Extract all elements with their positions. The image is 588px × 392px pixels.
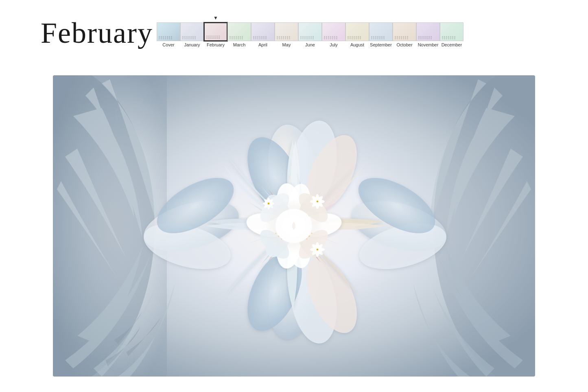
thumbnail-february[interactable]: February xyxy=(204,22,227,47)
thumbnail-calendar-lines-september xyxy=(371,36,391,39)
thumbnail-label-march: March xyxy=(227,42,251,47)
thumbnail-march[interactable]: March xyxy=(227,22,251,47)
thumbnail-label-july: July xyxy=(322,42,345,47)
thumbnail-september[interactable]: September xyxy=(369,22,393,47)
thumbnail-calendar-lines-august xyxy=(348,36,367,39)
thumbnail-calendar-lines-october xyxy=(395,36,414,39)
thumbnail-image-october xyxy=(393,22,416,41)
thumbnail-image-cover xyxy=(157,22,180,41)
thumbnail-label-october: October xyxy=(393,42,416,47)
thumbnail-image-june xyxy=(298,22,322,41)
thumbnail-image-may xyxy=(275,22,298,41)
thumbnail-november[interactable]: November xyxy=(416,22,440,47)
thumbnail-cover[interactable]: Cover xyxy=(157,22,180,47)
thumbnail-label-cover: Cover xyxy=(157,42,180,47)
thumbnail-august[interactable]: August xyxy=(345,22,369,47)
thumbnail-october[interactable]: October xyxy=(393,22,416,47)
svg-point-45 xyxy=(268,203,270,205)
thumbnail-calendar-lines-march xyxy=(230,36,249,39)
calendar-main-image xyxy=(53,75,535,377)
thumbnail-calendar-lines-may xyxy=(277,36,296,39)
thumbnail-january[interactable]: January xyxy=(180,22,204,47)
thumbnail-label-september: September xyxy=(369,42,393,47)
thumbnail-image-march xyxy=(227,22,251,41)
thumbnail-calendar-lines-december xyxy=(442,36,461,39)
thumbnail-strip: CoverJanuaryFebruaryMarchAprilMayJuneJul… xyxy=(157,22,463,47)
thumbnail-calendar-lines-november xyxy=(418,36,438,39)
thumbnail-label-june: June xyxy=(298,42,322,47)
calendar-artwork xyxy=(53,75,535,377)
thumbnail-april[interactable]: April xyxy=(251,22,275,47)
thumbnail-label-august: August xyxy=(345,42,369,47)
thumbnail-label-november: November xyxy=(416,42,440,47)
month-title: February xyxy=(41,16,153,50)
thumbnail-calendar-lines-cover xyxy=(159,36,178,39)
thumbnail-december[interactable]: December xyxy=(440,22,463,47)
thumbnail-label-december: December xyxy=(440,42,463,47)
thumbnail-calendar-lines-april xyxy=(253,36,273,39)
thumbnail-label-january: January xyxy=(180,42,204,47)
thumbnail-image-january xyxy=(180,22,204,41)
thumbnail-image-september xyxy=(369,22,393,41)
thumbnail-image-november xyxy=(416,22,440,41)
thumbnail-calendar-lines-february xyxy=(206,36,225,39)
thumbnail-label-february: February xyxy=(204,42,227,47)
thumbnail-calendar-lines-january xyxy=(182,36,202,39)
thumbnail-label-may: May xyxy=(275,42,298,47)
thumbnail-image-august xyxy=(345,22,369,41)
thumbnail-label-april: April xyxy=(251,42,275,47)
thumbnail-calendar-lines-june xyxy=(300,36,320,39)
thumbnail-calendar-lines-july xyxy=(324,36,343,39)
thumbnail-image-february xyxy=(204,22,227,41)
thumbnail-june[interactable]: June xyxy=(298,22,322,47)
thumbnail-image-april xyxy=(251,22,275,41)
thumbnail-image-december xyxy=(440,22,463,41)
thumbnail-july[interactable]: July xyxy=(322,22,345,47)
thumbnail-image-july xyxy=(322,22,345,41)
thumbnail-may[interactable]: May xyxy=(275,22,298,47)
